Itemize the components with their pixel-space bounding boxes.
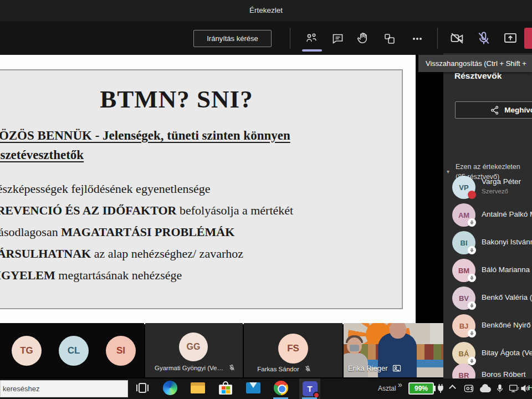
presentation-slide: BTMN? SNI? KÖZÖS BENNÜK - Jelenségek, tü…	[0, 69, 403, 309]
participant-row[interactable]: BV Benkő Valéria (V	[443, 284, 532, 312]
participants-header: Résztvevők	[454, 71, 502, 81]
battery-indicator[interactable]: 99%	[408, 382, 434, 395]
slide-bullet: másodlagosan MAGATARTÁSI PROBLÉMÁK	[0, 221, 402, 243]
teams-icon: T	[303, 381, 318, 396]
mic-muted-icon	[304, 365, 311, 372]
participant-tile-farkas[interactable]: FS Farkas Sándor	[244, 323, 342, 377]
unmute-tooltip: Visszahangosítás (Ctrl + Shift +	[418, 55, 532, 72]
avatar: TG	[12, 336, 42, 366]
mic-muted-icon	[228, 364, 236, 371]
edge-icon[interactable]	[160, 378, 181, 397]
mic-muted-badge	[468, 301, 476, 310]
slide-bullet: PREVENCIÓ ÉS AZ IDŐFAKTOR befolyásolja a…	[0, 200, 402, 221]
participant-row[interactable]: AM Antalné Palkó M	[443, 201, 532, 229]
meeting-toolbar: Irányítás kérése	[0, 21, 532, 55]
presence-busy-badge	[468, 191, 476, 199]
toolbar-overflow-chevron[interactable]: »	[398, 380, 402, 389]
video-tile-erika[interactable]: Erika Rieger	[344, 323, 443, 377]
participant-row[interactable]: BJ Benkőné Nyirő J	[443, 312, 532, 340]
shared-presentation-area: BTMN? SNI? KÖZÖS BENNÜK - Jelenségek, tü…	[0, 55, 416, 324]
participants-active-indicator	[302, 49, 322, 52]
share-screen-icon[interactable]	[501, 29, 520, 47]
slide-heading: KÖZÖS BENNÜK - Jelenségek, tüneti szinte…	[0, 126, 402, 165]
mic-muted-icon[interactable]	[474, 29, 493, 47]
mic-muted-badge	[468, 329, 476, 337]
avatar: FS	[278, 334, 308, 364]
meeting-title: Értekezlet	[0, 0, 532, 21]
network-icon[interactable]	[509, 383, 520, 393]
share-invite-button[interactable]: Meghívó	[455, 101, 532, 119]
audio-participants-tile[interactable]: TG CL SI	[0, 323, 144, 377]
more-options-icon[interactable]	[408, 30, 427, 47]
language-indicator[interactable]: H	[528, 383, 532, 392]
organizer-label: Szervező	[482, 188, 508, 195]
camera-off-icon[interactable]	[448, 29, 467, 47]
participant-name-label: Gyarmati Gyöngyi (Ve…	[150, 364, 241, 371]
slide-bullet: Részképességek fejlődésének egyenetlensé…	[0, 178, 402, 200]
window-title-bar: Értekezlet	[0, 0, 532, 21]
chat-icon[interactable]	[329, 30, 346, 47]
avatar: SI	[106, 336, 136, 366]
breakout-rooms-icon[interactable]	[381, 30, 398, 47]
leave-button[interactable]	[524, 28, 532, 49]
slide-bullet: TÁRSULHATNAK az alap nehézséghez/ zavarh…	[0, 243, 402, 264]
participant-name-label: Erika Rieger	[348, 364, 401, 372]
slide-title: BTMN? SNI?	[0, 85, 402, 114]
video-badge-icon	[392, 365, 401, 372]
participant-row[interactable]: VP Varga Péter Szervező	[443, 173, 532, 201]
power-plug-icon	[436, 383, 445, 394]
participants-panel: Résztvevők Meghívó ▾ Ezen az értekezlete…	[443, 53, 532, 378]
onedrive-icon[interactable]	[479, 385, 492, 393]
request-control-button[interactable]: Irányítás kérése	[193, 30, 272, 47]
desktop-toolbar-label[interactable]: Asztal	[378, 385, 396, 392]
taskbar-search-input[interactable]: kereséshez	[0, 380, 128, 397]
teams-taskbar-button[interactable]: T	[299, 378, 320, 399]
chrome-icon[interactable]	[270, 378, 291, 397]
participant-tile-gyarmati[interactable]: GG Gyarmati Gyöngyi (Ve…	[145, 323, 243, 377]
mic-muted-badge	[468, 274, 476, 282]
participants-icon[interactable]	[303, 30, 320, 47]
mic-muted-badge	[468, 246, 476, 254]
participant-name-label: Farkas Sándor	[248, 365, 320, 372]
meet-now-icon[interactable]	[463, 383, 474, 394]
tray-chevron-up-icon[interactable]	[450, 386, 455, 391]
avatar: CL	[59, 336, 89, 366]
avatar: GG	[179, 332, 208, 361]
toolbar-divider	[290, 28, 290, 49]
participant-row[interactable]: BM Báló Marianna (V	[443, 257, 532, 284]
task-view-icon[interactable]	[132, 378, 153, 397]
raise-hand-icon[interactable]	[355, 29, 372, 47]
mic-muted-badge	[468, 218, 476, 227]
share-icon	[490, 105, 500, 115]
tray-microphone-icon[interactable]	[495, 383, 504, 394]
mail-icon[interactable]	[243, 378, 264, 397]
microsoft-store-icon[interactable]	[215, 378, 236, 397]
teams-meeting-window: Értekezlet Irányítás kérése	[0, 0, 532, 399]
slide-bullet: FIGYELEM megtartásának nehézsége	[0, 264, 402, 286]
file-explorer-icon[interactable]	[187, 378, 208, 397]
slide-bullets: Részképességek fejlődésének egyenetlensé…	[0, 178, 402, 286]
windows-taskbar: kereséshez T Asztal » 99%	[0, 378, 532, 399]
participant-row[interactable]: BI Bakonyi Istvánné	[443, 229, 532, 257]
toolbar-divider	[437, 28, 438, 49]
